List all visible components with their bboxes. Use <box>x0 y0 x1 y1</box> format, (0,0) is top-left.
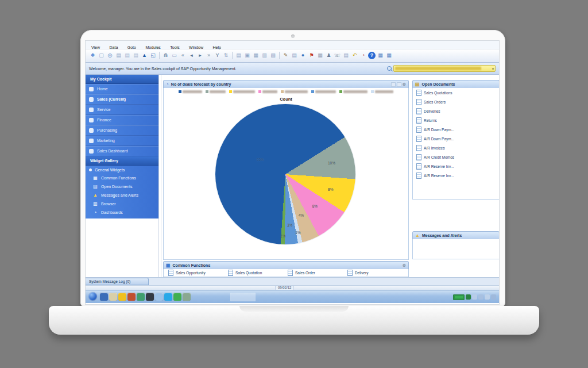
app-red-icon[interactable] <box>127 293 136 301</box>
sort-icon[interactable]: ⇅ <box>222 52 230 59</box>
link-label: Sales Opportunity <box>176 271 206 275</box>
app-green2-icon[interactable] <box>173 293 181 301</box>
alert-document-icon[interactable]: ⚑ <box>308 52 315 59</box>
link-delivery[interactable]: Delivery <box>343 270 403 276</box>
sidebar-group-general-widgets[interactable]: General Widgets <box>86 166 158 174</box>
link-sales-opportunity[interactable]: Sales Opportunity <box>164 270 223 276</box>
open-doc-deliveries[interactable]: Deliveries <box>413 106 499 116</box>
base-document-icon[interactable]: ▤ <box>291 52 298 59</box>
chevron-down-icon[interactable]: ▾ <box>492 67 494 71</box>
volume-weight-icon[interactable]: ▧ <box>269 52 277 59</box>
sidebar-item-finance[interactable]: Finance <box>86 115 158 125</box>
tray-app-3-icon[interactable] <box>491 294 496 300</box>
gross-profit-icon[interactable]: ▦ <box>252 52 260 59</box>
help-icon[interactable]: ? <box>368 52 376 59</box>
open-doc-ar-reserve-invoices-1[interactable]: A/R Reserve Inv... <box>413 162 499 171</box>
edit-icon[interactable]: ✎ <box>282 52 289 59</box>
browser-quick-launch-icon[interactable] <box>100 293 108 301</box>
system-message-log-tab[interactable]: System Message Log (0) <box>86 278 149 285</box>
network-status-icon[interactable] <box>466 294 471 300</box>
screen-capture-icon[interactable]: ◱ <box>149 52 157 59</box>
payment-means-icon[interactable]: ▥ <box>261 52 268 59</box>
tray-app-2-icon[interactable] <box>485 294 490 300</box>
open-doc-ar-down-payments-2[interactable]: A/R Down Paym... <box>413 134 499 143</box>
search-icon[interactable] <box>387 66 392 71</box>
common-functions-header[interactable]: ▦ Common Functions ⚙ <box>163 261 409 269</box>
volume-icon[interactable] <box>472 294 477 300</box>
next-record-icon[interactable]: ▸ <box>196 52 204 59</box>
sidebar-item-marketing[interactable]: Marketing <box>86 136 158 146</box>
grid-settings-icon[interactable]: ▦ <box>385 52 393 59</box>
sidebar-header-widget-gallery[interactable]: Widget Gallery <box>86 156 158 166</box>
copy-document-icon[interactable]: ▤ <box>123 52 131 59</box>
tray-app-1-icon[interactable] <box>478 294 483 300</box>
search-input[interactable]: ▾ <box>393 65 496 72</box>
app-dark-icon[interactable] <box>146 293 154 301</box>
minimize-icon[interactable] <box>391 82 396 87</box>
document-icon[interactable]: ▤ <box>115 52 122 59</box>
sidebar-item-sales-current[interactable]: Sales (Current) <box>86 94 158 105</box>
open-documents-header[interactable]: ▤ Open Documents <box>412 80 500 88</box>
statistics-icon[interactable]: ◔ <box>359 52 367 59</box>
start-button[interactable] <box>88 292 97 301</box>
sidebar-item-common-functions[interactable]: ▦Common Functions <box>86 174 158 182</box>
sidebar-header-my-cockpit[interactable]: My Cockpit <box>86 75 158 84</box>
filter-icon[interactable]: Y <box>214 52 221 59</box>
calendar-icon[interactable]: ▦ <box>316 52 324 59</box>
previous-record-icon[interactable]: ◂ <box>188 52 195 59</box>
last-record-icon[interactable]: » <box>205 52 212 59</box>
sidebar-item-purchasing[interactable]: Purchasing <box>86 125 158 136</box>
pie-chart[interactable] <box>215 104 355 244</box>
app-yellow-icon[interactable] <box>118 293 126 301</box>
sidebar-item-sales-dashboard[interactable]: Sales Dashboard <box>86 146 158 156</box>
form-icon[interactable]: ▭ <box>171 52 178 59</box>
skype-icon[interactable] <box>164 293 172 301</box>
wrench-icon[interactable]: ⚙ <box>403 263 406 268</box>
transaction-journal-icon[interactable]: ▤ <box>235 52 242 59</box>
battery-indicator-icon[interactable] <box>453 294 465 300</box>
app-lightblue-icon[interactable] <box>155 293 163 301</box>
app-green-icon[interactable] <box>137 293 145 301</box>
open-doc-ar-credit-memos[interactable]: A/R Credit Memos <box>413 152 499 162</box>
search-icon[interactable]: ◎ <box>106 52 114 59</box>
open-doc-sales-quotations[interactable]: Sales Quotations <box>413 88 499 97</box>
link-sales-order[interactable]: Sales Order <box>283 270 343 276</box>
sidebar-item-messages-alerts[interactable]: ▲Messages and Alerts <box>86 191 158 200</box>
taskbar-window-button[interactable] <box>230 293 256 301</box>
taskbar <box>86 290 499 303</box>
sap-logo-icon[interactable]: ❖ <box>89 52 96 59</box>
gallery-item-label: Messages and Alerts <box>101 193 138 197</box>
navigate-up-icon[interactable]: ▲ <box>141 52 148 59</box>
undo-icon[interactable]: ↶ <box>351 52 358 59</box>
phone-icon[interactable]: ☏ <box>334 52 341 59</box>
sidebar-item-open-documents[interactable]: ▤Open Documents <box>86 182 158 191</box>
sidebar-item-home[interactable]: Home <box>86 84 158 94</box>
grid-icon[interactable]: ▦ <box>377 52 384 59</box>
first-record-icon[interactable]: « <box>179 52 187 59</box>
folder-quick-launch-icon[interactable] <box>109 293 117 301</box>
find-icon[interactable]: ⋒ <box>162 52 169 59</box>
sidebar-item-dashboards[interactable]: ◔Dashboards <box>86 208 158 217</box>
new-document-icon[interactable]: ▢ <box>98 52 105 59</box>
app-gray-icon[interactable] <box>183 293 191 301</box>
group-label: General Widgets <box>95 168 125 172</box>
open-doc-ar-invoices[interactable]: A/R Invoices <box>413 143 499 152</box>
business-partner-icon[interactable]: ♟ <box>325 52 332 59</box>
sheets-icon[interactable]: ▤ <box>342 52 350 59</box>
open-doc-sales-orders[interactable]: Sales Orders <box>413 97 499 106</box>
open-doc-ar-reserve-invoices-2[interactable]: A/R Reserve Inv... <box>413 171 499 180</box>
sidebar-item-service[interactable]: Service <box>86 105 158 115</box>
target-document-icon[interactable]: ● <box>299 52 307 59</box>
print-document-icon[interactable]: ▤ <box>132 52 140 59</box>
chart-panel-header[interactable]: ◔ No of deals forecast by country ⚙ <box>163 80 409 88</box>
sidebar-item-browser[interactable]: ▥Browser <box>86 200 158 208</box>
messages-alerts-header[interactable]: ▲ Messages and Alerts <box>412 231 500 239</box>
link-sales-quotation[interactable]: Sales Quotation <box>223 270 283 276</box>
wrench-icon[interactable]: ⚙ <box>403 82 406 87</box>
open-doc-returns[interactable]: Returns <box>413 116 499 125</box>
pie-slice-label: 65% <box>257 157 264 161</box>
open-doc-ar-down-payments-1[interactable]: A/R Down Paym... <box>413 125 499 134</box>
documents-folder-icon[interactable]: ▣ <box>243 52 251 59</box>
maximize-icon[interactable] <box>397 82 401 87</box>
pie-slice-label: 10% <box>328 160 335 164</box>
